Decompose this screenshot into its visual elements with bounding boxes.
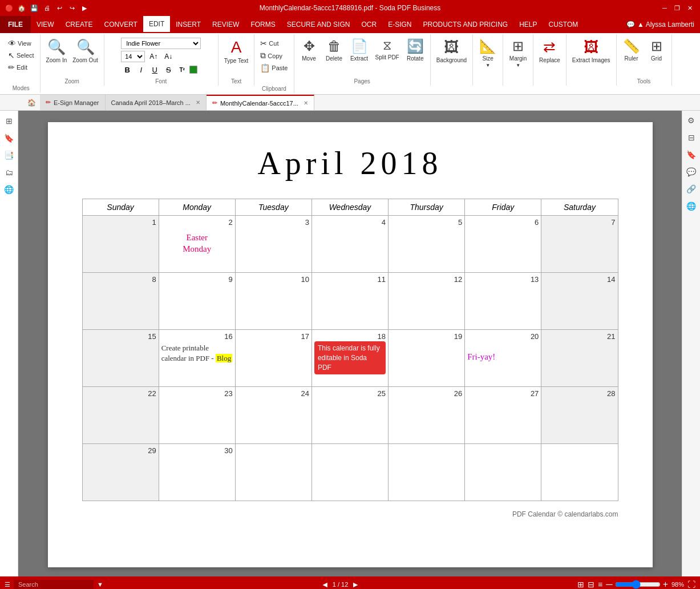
restore-btn[interactable]: ❐ bbox=[671, 3, 683, 13]
sidebar-btn-5[interactable]: 🌐 bbox=[1, 181, 17, 197]
font-size-select[interactable]: 14 bbox=[121, 51, 145, 62]
sidebar-btn-4[interactable]: 🗂 bbox=[1, 164, 17, 180]
extract-btn[interactable]: 📄 Extract bbox=[348, 37, 371, 63]
menu-custom[interactable]: CUSTOM bbox=[543, 16, 584, 33]
minimize-btn[interactable]: ─ bbox=[659, 3, 670, 13]
tab-canada[interactable]: Canada April 2018–March ... ✕ bbox=[106, 95, 207, 110]
status-menu-icon[interactable]: ☰ bbox=[5, 581, 10, 588]
cell-1-fri[interactable]: 6 bbox=[465, 216, 541, 273]
panel-settings-btn[interactable]: ⚙ bbox=[684, 113, 699, 128]
panel-link-btn[interactable]: 🔗 bbox=[684, 181, 699, 196]
copy-btn[interactable]: ⧉ Copy bbox=[258, 50, 290, 62]
cell-2-sat[interactable]: 14 bbox=[541, 273, 618, 330]
cell-3-tue[interactable]: 17 bbox=[235, 330, 311, 387]
zoom-slider[interactable] bbox=[615, 580, 661, 589]
cell-3-sat[interactable]: 21 bbox=[541, 330, 618, 387]
cell-4-wed[interactable]: 25 bbox=[311, 387, 388, 444]
file-menu[interactable]: FILE bbox=[0, 16, 31, 33]
cell-1-thu[interactable]: 5 bbox=[389, 216, 465, 273]
cell-4-sat[interactable]: 28 bbox=[541, 387, 618, 444]
sidebar-btn-3[interactable]: 📑 bbox=[1, 147, 17, 163]
cell-1-wed[interactable]: 4 bbox=[311, 216, 388, 273]
undo-icon[interactable]: ↩ bbox=[55, 3, 64, 13]
cell-1-sun[interactable]: 1 bbox=[82, 216, 159, 273]
select-btn[interactable]: ↖ Select bbox=[6, 50, 37, 61]
size-btn[interactable]: 📐 Size ▼ bbox=[476, 37, 499, 70]
menu-convert[interactable]: CONVERT bbox=[98, 16, 143, 33]
font-shrink-btn[interactable]: A↓ bbox=[162, 51, 175, 62]
cell-5-sun[interactable]: 29 bbox=[82, 444, 159, 501]
delete-btn[interactable]: 🗑 Delete bbox=[323, 37, 346, 63]
cell-3-thu[interactable]: 19 bbox=[389, 330, 465, 387]
cell-5-sat[interactable] bbox=[541, 444, 618, 501]
cell-2-fri[interactable]: 13 bbox=[465, 273, 541, 330]
cell-3-fri[interactable]: 20 Fri-yay! bbox=[465, 330, 541, 387]
panel-globe-btn[interactable]: 🌐 bbox=[684, 199, 699, 213]
cell-2-sun[interactable]: 8 bbox=[82, 273, 159, 330]
sidebar-btn-2[interactable]: 🔖 bbox=[1, 130, 17, 146]
move-btn[interactable]: ✥ Move bbox=[298, 37, 321, 63]
cell-1-mon[interactable]: 2 EasterMonday bbox=[159, 216, 235, 273]
view-mode-btn-2[interactable]: ⊟ bbox=[588, 580, 594, 589]
tab-monthly-calendar[interactable]: ✏ MonthlyCalendar-5accc17... ✕ bbox=[207, 95, 314, 110]
home-icon[interactable]: 🏠 bbox=[17, 3, 26, 13]
view-btn[interactable]: 👁 View bbox=[6, 38, 37, 49]
paste-btn[interactable]: 📋 Paste bbox=[258, 62, 290, 74]
panel-bookmarks-btn[interactable]: 🔖 bbox=[684, 147, 699, 162]
cell-4-tue[interactable]: 24 bbox=[235, 387, 311, 444]
menu-help[interactable]: HELP bbox=[513, 16, 543, 33]
tab-monthly-close[interactable]: ✕ bbox=[304, 100, 308, 106]
redo-icon[interactable]: ↪ bbox=[67, 3, 76, 13]
menu-view[interactable]: VIEW bbox=[31, 16, 60, 33]
zoom-in-btn[interactable]: 🔍 Zoom In bbox=[44, 37, 70, 65]
cell-1-tue[interactable]: 3 bbox=[235, 216, 311, 273]
fullscreen-btn[interactable]: ⛶ bbox=[687, 580, 695, 589]
font-color-swatch[interactable] bbox=[189, 66, 197, 74]
cell-5-wed[interactable] bbox=[311, 444, 388, 501]
strikethrough-btn[interactable]: S bbox=[162, 64, 175, 75]
next-page-btn[interactable]: ► bbox=[351, 580, 359, 589]
view-mode-btn-3[interactable]: ≡ bbox=[598, 580, 602, 589]
cell-2-tue[interactable]: 10 bbox=[235, 273, 311, 330]
menu-create[interactable]: CREATE bbox=[60, 16, 99, 33]
prev-page-btn[interactable]: ◄ bbox=[321, 580, 329, 589]
view-mode-btn-1[interactable]: ⊞ bbox=[577, 580, 584, 589]
split-pdf-btn[interactable]: ⧖ Split PDF bbox=[373, 37, 402, 62]
menu-forms[interactable]: FORMS bbox=[245, 16, 281, 33]
cell-5-tue[interactable] bbox=[235, 444, 311, 501]
edit-btn[interactable]: ✏ Edit bbox=[6, 62, 37, 73]
zoom-in-status-btn[interactable]: + bbox=[663, 579, 668, 589]
background-btn[interactable]: 🖼 Background bbox=[434, 37, 469, 65]
cell-1-sat[interactable]: 7 bbox=[541, 216, 618, 273]
replace-btn[interactable]: ⇄ Replace bbox=[537, 37, 563, 65]
zoom-out-status-btn[interactable]: ─ bbox=[606, 579, 612, 589]
panel-thumbnails-btn[interactable]: ⊟ bbox=[684, 130, 699, 145]
cell-2-wed[interactable]: 11 bbox=[311, 273, 388, 330]
cell-4-thu[interactable]: 26 bbox=[389, 387, 465, 444]
search-arrow-down[interactable]: ▼ bbox=[97, 581, 103, 588]
menu-ocr[interactable]: OCR bbox=[355, 16, 382, 33]
rotate-btn[interactable]: 🔄 Rotate bbox=[404, 37, 427, 63]
cell-4-fri[interactable]: 27 bbox=[465, 387, 541, 444]
menu-secure[interactable]: SECURE AND SIGN bbox=[281, 16, 356, 33]
cell-4-sun[interactable]: 22 bbox=[82, 387, 159, 444]
cell-3-sun[interactable]: 15 bbox=[82, 330, 159, 387]
margin-btn[interactable]: ⊞ Margin ▼ bbox=[507, 37, 529, 70]
cell-3-wed[interactable]: 18 This calendar is fully editable in So… bbox=[311, 330, 388, 387]
cut-btn[interactable]: ✂ Cut bbox=[258, 38, 290, 49]
menu-esign[interactable]: E-SIGN bbox=[382, 16, 417, 33]
bold-btn[interactable]: B bbox=[121, 64, 133, 75]
ruler-btn[interactable]: 📏 Ruler bbox=[620, 37, 643, 63]
cell-5-thu[interactable] bbox=[389, 444, 465, 501]
user-info[interactable]: 💬 ▲ Alyssa Lamberti bbox=[621, 16, 700, 33]
cell-5-mon[interactable]: 30 bbox=[159, 444, 235, 501]
extract-images-btn[interactable]: 🖼 Extract Images bbox=[570, 37, 613, 65]
font-name-select[interactable]: Indie Flower bbox=[121, 38, 201, 49]
cell-2-thu[interactable]: 12 bbox=[389, 273, 465, 330]
cell-5-fri[interactable] bbox=[465, 444, 541, 501]
superscript-btn[interactable]: T² bbox=[176, 64, 188, 75]
print-icon[interactable]: 🖨 bbox=[42, 3, 51, 13]
italic-btn[interactable]: I bbox=[135, 64, 147, 75]
cell-4-mon[interactable]: 23 bbox=[159, 387, 235, 444]
home-tab-btn[interactable]: 🏠 bbox=[23, 95, 40, 110]
